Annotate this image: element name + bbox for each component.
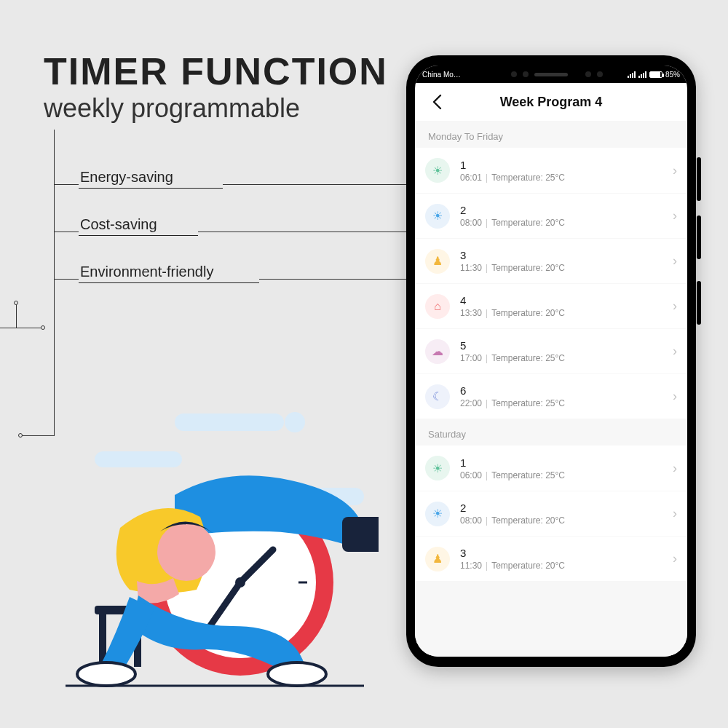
section-label: Monday To Friday bbox=[415, 121, 687, 148]
notch bbox=[486, 66, 617, 83]
row-subtitle: 11:30|Temperature: 20°C bbox=[460, 561, 667, 571]
cloud-icon bbox=[175, 414, 284, 431]
chevron-right-icon: › bbox=[667, 298, 677, 314]
svg-point-0 bbox=[285, 412, 305, 432]
trace-dot bbox=[14, 301, 18, 305]
schedule-group: ☀106:00|Temperature: 25°C›☀208:00|Temper… bbox=[415, 446, 687, 581]
row-subtitle: 08:00|Temperature: 20°C bbox=[460, 515, 667, 526]
row-number: 2 bbox=[460, 204, 667, 216]
shoe-icon bbox=[77, 662, 135, 686]
trace-dot bbox=[41, 325, 45, 330]
row-text: 208:00|Temperature: 20°C bbox=[460, 204, 667, 228]
home-icon: ⌂ bbox=[425, 294, 450, 319]
schedule-row[interactable]: ☁517:00|Temperature: 25°C› bbox=[415, 328, 687, 373]
moon-icon: ☾ bbox=[425, 384, 450, 409]
sun-icon: ☀ bbox=[425, 204, 450, 229]
row-number: 3 bbox=[460, 249, 667, 261]
chevron-right-icon: › bbox=[667, 163, 677, 178]
row-subtitle: 06:01|Temperature: 25°C bbox=[460, 173, 667, 183]
row-number: 6 bbox=[460, 384, 667, 397]
row-number: 3 bbox=[460, 547, 667, 559]
trace bbox=[198, 232, 412, 232]
trace bbox=[16, 304, 17, 328]
schedule-row[interactable]: ☀106:01|Temperature: 25°C› bbox=[415, 148, 687, 193]
app-body[interactable]: Monday To Friday☀106:01|Temperature: 25°… bbox=[415, 121, 687, 657]
row-subtitle: 06:00|Temperature: 25°C bbox=[460, 470, 667, 480]
status-right: 85% bbox=[628, 71, 680, 79]
svg-point-9 bbox=[235, 577, 245, 587]
schedule-row[interactable]: ☾622:00|Temperature: 25°C› bbox=[415, 373, 687, 419]
chevron-right-icon: › bbox=[667, 208, 677, 223]
sunrise-icon: ☀ bbox=[425, 158, 450, 183]
chevron-left-icon bbox=[432, 94, 442, 110]
chevron-right-icon: › bbox=[667, 551, 677, 566]
feature-env: Environment-friendly bbox=[79, 262, 259, 283]
trace bbox=[22, 435, 55, 436]
app-header: Week Program 4 bbox=[415, 83, 687, 121]
page-title: Week Program 4 bbox=[500, 95, 603, 110]
illustration-tired-person-clock bbox=[51, 408, 379, 699]
row-number: 1 bbox=[460, 159, 667, 171]
cloud-icon bbox=[95, 451, 182, 467]
signal-icon bbox=[638, 71, 646, 78]
schedule-row[interactable]: ☀208:00|Temperature: 20°C› bbox=[415, 491, 687, 536]
row-text: 106:01|Temperature: 25°C bbox=[460, 159, 667, 183]
headline: TIMER FUNCTION bbox=[44, 50, 388, 93]
feature-cost: Cost-saving bbox=[79, 215, 198, 236]
trace bbox=[54, 232, 79, 232]
sun-icon: ☀ bbox=[425, 502, 450, 526]
subheadline: weekly programmable bbox=[44, 93, 300, 124]
chevron-right-icon: › bbox=[667, 389, 677, 404]
row-subtitle: 22:00|Temperature: 25°C bbox=[460, 398, 667, 408]
person-icon: ♟ bbox=[425, 249, 450, 274]
battery-pct: 85% bbox=[665, 71, 680, 79]
person-head bbox=[157, 523, 215, 581]
row-text: 311:30|Temperature: 20°C bbox=[460, 547, 667, 571]
row-text: 208:00|Temperature: 20°C bbox=[460, 502, 667, 526]
schedule-row[interactable]: ☀208:00|Temperature: 20°C› bbox=[415, 193, 687, 238]
row-subtitle: 08:00|Temperature: 20°C bbox=[460, 218, 667, 228]
feature-energy: Energy-saving bbox=[79, 167, 223, 189]
phone-frame: China Mo… 85% Week Program 4 Monday To F… bbox=[406, 55, 696, 667]
trace bbox=[223, 184, 412, 185]
chevron-right-icon: › bbox=[667, 506, 677, 521]
trace bbox=[54, 184, 79, 185]
chevron-right-icon: › bbox=[667, 253, 677, 269]
shoe-icon bbox=[268, 662, 326, 686]
battery-icon bbox=[649, 71, 662, 78]
trace bbox=[54, 279, 79, 280]
row-number: 4 bbox=[460, 294, 667, 306]
schedule-row[interactable]: ☀106:00|Temperature: 25°C› bbox=[415, 446, 687, 491]
row-number: 1 bbox=[460, 456, 667, 469]
phone-screen: China Mo… 85% Week Program 4 Monday To F… bbox=[415, 66, 687, 657]
trace bbox=[259, 279, 412, 280]
chevron-right-icon: › bbox=[667, 461, 677, 476]
schedule-row[interactable]: ♟311:30|Temperature: 20°C› bbox=[415, 238, 687, 283]
schedule-row[interactable]: ♟311:30|Temperature: 20°C› bbox=[415, 536, 687, 581]
row-number: 5 bbox=[460, 339, 667, 352]
back-button[interactable] bbox=[422, 83, 451, 121]
sunrise-icon: ☀ bbox=[425, 456, 450, 480]
row-text: 311:30|Temperature: 20°C bbox=[460, 249, 667, 273]
carrier-label: China Mo… bbox=[422, 71, 461, 79]
row-number: 2 bbox=[460, 502, 667, 514]
person-icon: ♟ bbox=[425, 547, 450, 571]
trace-dot bbox=[18, 433, 23, 438]
row-text: 106:00|Temperature: 25°C bbox=[460, 456, 667, 480]
trace bbox=[0, 328, 41, 328]
row-subtitle: 13:30|Temperature: 20°C bbox=[460, 308, 667, 318]
schedule-row[interactable]: ⌂413:30|Temperature: 20°C› bbox=[415, 283, 687, 328]
row-subtitle: 11:30|Temperature: 20°C bbox=[460, 263, 667, 273]
row-subtitle: 17:00|Temperature: 25°C bbox=[460, 353, 667, 363]
trace bbox=[54, 130, 55, 435]
chevron-right-icon: › bbox=[667, 344, 677, 359]
row-text: 517:00|Temperature: 25°C bbox=[460, 339, 667, 363]
signal-icon bbox=[628, 71, 636, 78]
row-text: 622:00|Temperature: 25°C bbox=[460, 384, 667, 408]
hand bbox=[342, 517, 379, 552]
schedule-group: ☀106:01|Temperature: 25°C›☀208:00|Temper… bbox=[415, 148, 687, 419]
section-label: Saturday bbox=[415, 419, 687, 446]
row-text: 413:30|Temperature: 20°C bbox=[460, 294, 667, 318]
cloud-icon: ☁ bbox=[425, 339, 450, 364]
